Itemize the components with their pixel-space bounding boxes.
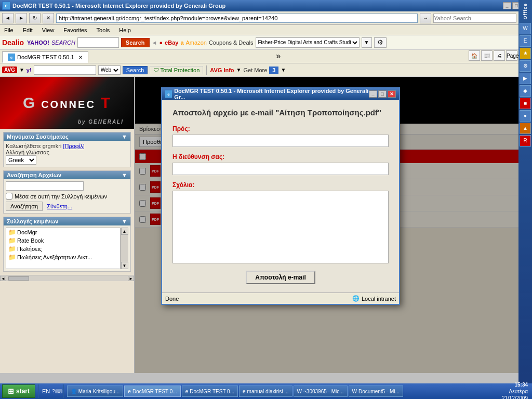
fisher-dropdown-button[interactable]: ▼ <box>362 37 372 48</box>
synthi-link[interactable]: Σύνθετη... <box>47 203 72 209</box>
taskbar-time: 15:34 <box>502 381 528 388</box>
tab-toolbar-home[interactable]: 🏠 <box>469 50 480 61</box>
tab-close-icon[interactable]: ✕ <box>78 55 83 60</box>
tab-more[interactable]: » <box>276 51 281 63</box>
collections-title: Συλλογές κειμένων ▼ <box>4 217 130 225</box>
sidebar-icon-6[interactable]: ◆ <box>520 85 531 97</box>
taskbar-item-docmgr1[interactable]: e DocMGR TEST 0... <box>124 385 180 397</box>
yahoo-search-input-addr[interactable] <box>433 14 516 23</box>
taskbar-item-3003965[interactable]: W ~3003965 - Mic... <box>294 385 348 397</box>
tab-label: DocMGR TEST 0.50.1 <box>17 54 74 60</box>
taskbar-item-document5[interactable]: W Document5 - Mi... <box>349 385 403 397</box>
avg-number-badge[interactable]: 3 <box>269 66 278 74</box>
sidebar-icon-2[interactable]: E <box>520 35 531 47</box>
tree-view-inner: 📁 DocMgr 📁 Rate Book 📁 Πωλήσεις 📁 Πωλήσε… <box>6 228 128 269</box>
sys-messages-collapse[interactable]: ▼ <box>122 134 127 140</box>
tab-docmgr[interactable]: e DocMGR TEST 0.50.1 ✕ <box>2 51 88 63</box>
avg-bar: AVG ▼ y! Web Search 🛡 Total Protection A… <box>0 63 532 77</box>
scroll-down-button[interactable]: ▼ <box>121 262 128 269</box>
forward-button[interactable]: ► <box>16 13 27 23</box>
popup-minimize-button[interactable]: _ <box>369 90 377 98</box>
get-more-btn[interactable]: Get More <box>243 67 267 73</box>
tree-item-ratebook[interactable]: 📁 Rate Book <box>6 236 128 245</box>
email-popup-dialog: e DocMGR TEST 0.50.1 - Microsoft Interne… <box>161 87 400 305</box>
minimize-button[interactable]: _ <box>503 2 511 9</box>
sidebar-icon-10[interactable]: R <box>520 135 531 147</box>
go-button[interactable]: → <box>420 13 431 23</box>
avg-info-dropdown[interactable]: ▼ <box>236 67 242 73</box>
yahoo-search-select[interactable]: Web <box>98 65 121 75</box>
sidebar-icon-3[interactable]: ★ <box>520 48 531 59</box>
taskbar-item-manual[interactable]: e manual diaxirisi ... <box>239 385 292 397</box>
tab-toolbar-feeds[interactable]: 📰 <box>481 50 493 61</box>
collections-collapse[interactable]: ▼ <box>122 218 127 224</box>
avg-info-btn[interactable]: AVG Info <box>210 67 234 73</box>
avg-dropdown-icon[interactable]: ▼ <box>19 67 24 73</box>
search-button[interactable]: Αναζήτηση <box>6 202 43 211</box>
dealio-search-button[interactable]: Search <box>121 38 150 47</box>
sidebar-icon-5[interactable]: ▶ <box>520 73 531 84</box>
popup-title: DocMGR TEST 0.50.1 - Microsoft Internet … <box>174 88 369 100</box>
taskbar-item-docmgr2[interactable]: e DocMGR TEST 0... <box>182 385 238 397</box>
menu-help[interactable]: Help <box>117 26 133 34</box>
keyboard-icon[interactable]: ⌨ <box>55 389 62 394</box>
back-button[interactable]: ◄ <box>2 13 14 23</box>
popup-title-bar: e DocMGR TEST 0.50.1 - Microsoft Interne… <box>162 88 399 100</box>
total-protection-btn[interactable]: 🛡 Total Protection <box>150 66 203 74</box>
search-box-collapse[interactable]: ▼ <box>122 172 127 178</box>
taskbar-date: 21/12/2009 <box>502 395 528 400</box>
menu-tools[interactable]: Tools <box>95 26 112 34</box>
sidebar-icon-9[interactable]: ▲ <box>520 123 531 134</box>
scroll-right-button[interactable]: ► <box>128 276 134 281</box>
shield-icon: 🛡 <box>153 67 159 73</box>
comments-textarea[interactable] <box>172 191 389 263</box>
popup-browser-icon: e <box>165 90 172 98</box>
ebay-icon: ● <box>159 39 163 46</box>
start-button[interactable]: ⊞ start <box>2 384 35 398</box>
h-scroll-thumb <box>8 276 29 281</box>
sidebar-icon-8[interactable]: ● <box>520 110 531 122</box>
sidebar-icon-1[interactable]: W <box>520 23 531 34</box>
tree-item-docmgr[interactable]: 📁 DocMgr <box>6 228 128 236</box>
coupons-link[interactable]: Coupons & Deals <box>209 39 254 46</box>
refresh-button[interactable]: ↻ <box>29 13 41 23</box>
language-select[interactable]: Greek English <box>6 155 36 165</box>
yahoo-search-bar-input[interactable] <box>34 65 96 75</box>
amazon-link[interactable]: Amazon <box>186 39 207 46</box>
stop-button[interactable]: ✕ <box>43 13 54 23</box>
menu-view[interactable]: View <box>40 26 57 34</box>
scroll-up-button[interactable]: ▲ <box>121 228 128 235</box>
amazon-icon: a <box>180 39 183 46</box>
menu-file[interactable]: File <box>2 26 16 34</box>
tree-item-poliseis2[interactable]: 📁 Πωλήσεις Ανεξάρτητων Δικτ... <box>6 253 128 261</box>
menu-edit[interactable]: Edit <box>21 26 35 34</box>
address-input[interactable] <box>56 14 418 23</box>
tab-toolbar-page[interactable]: Page▼ <box>506 50 517 61</box>
settings-button[interactable]: ⚙ <box>374 37 387 48</box>
comments-label: Σχόλια: <box>172 181 389 189</box>
system-messages-box: Μηνύματα Συστήματος ▼ Καλωσήλθατε grgmkr… <box>3 132 131 167</box>
avg-badge-dropdown[interactable]: ▼ <box>281 67 286 73</box>
search-field[interactable] <box>6 181 84 191</box>
taskbar-item-maria[interactable]: 👤 Maria Kritsiligou... <box>67 385 123 397</box>
search-box-title: Αναζήτηση Αρχείων ▼ <box>4 171 130 179</box>
profile-link[interactable]: [Προφίλ] <box>63 143 85 149</box>
popup-maximize-button[interactable]: □ <box>378 90 387 98</box>
yahoo-search-btn[interactable]: Search <box>123 66 148 74</box>
to-input[interactable] <box>172 135 389 147</box>
right-panel: Για τη... Βρίσκεστε εδώ: Αρχική Σελίδα -… <box>135 77 532 373</box>
ebay-link[interactable]: eBay <box>165 39 178 46</box>
menu-favorites[interactable]: Favorites <box>61 26 89 34</box>
sidebar-icon-4[interactable]: ⚙ <box>520 60 531 72</box>
logo-connect: CONNEC <box>41 99 96 110</box>
scroll-left-button[interactable]: ◄ <box>0 276 6 281</box>
tree-item-poliseis[interactable]: 📁 Πωλήσεις <box>6 245 128 253</box>
tab-toolbar-print[interactable]: 🖨 <box>494 50 505 61</box>
send-email-button[interactable]: Αποστολή e-mail <box>246 271 315 284</box>
popup-close-button[interactable]: ✕ <box>388 90 396 98</box>
search-collection-checkbox[interactable] <box>6 193 12 200</box>
dealio-search-input[interactable] <box>77 37 119 48</box>
fisher-select[interactable]: Fisher-Price Digital Arts and Crafts Stu… <box>256 37 360 48</box>
from-input[interactable] <box>172 163 389 175</box>
sidebar-icon-7[interactable]: ■ <box>520 98 531 109</box>
